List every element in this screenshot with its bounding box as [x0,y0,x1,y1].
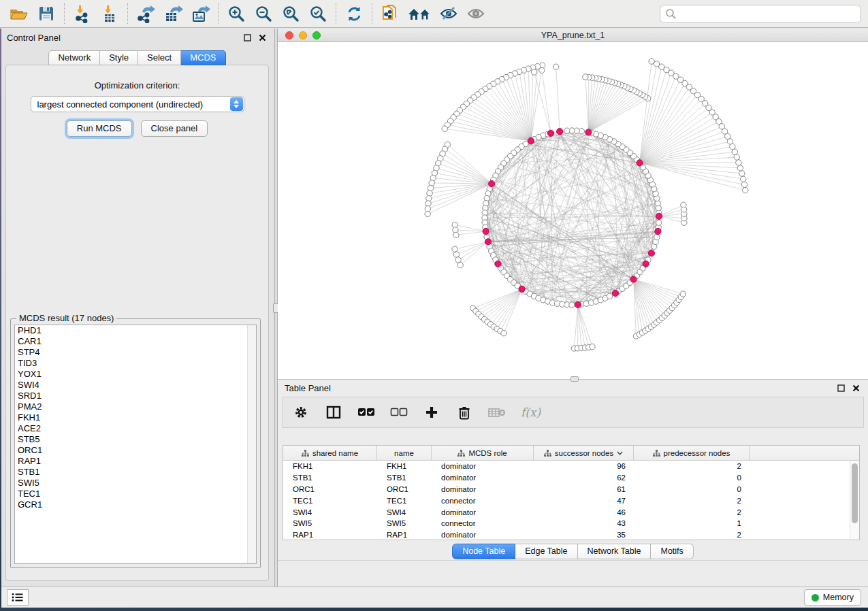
table-tab-network-table[interactable]: Network Table [578,544,652,559]
mcds-result-item[interactable]: CAR1 [15,336,256,347]
mcds-result-item[interactable]: STB1 [15,467,256,478]
mcds-result-group: MCDS result (17 nodes) PHD1CAR1STP4TID3Y… [10,318,261,568]
import-table-button[interactable] [96,1,123,26]
control-tab-select[interactable]: Select [138,50,181,65]
table-row[interactable]: RAP1RAP1dominator352 [283,529,850,540]
cell-MCDS-role: dominator [432,461,534,472]
delete-column-button[interactable] [455,402,473,423]
float-table-panel-icon[interactable] [835,383,846,394]
first-neighbors-button[interactable] [404,1,435,26]
table-scrollbar[interactable] [850,461,859,540]
export-table-button[interactable] [159,1,187,26]
mcds-result-item[interactable]: TID3 [15,358,256,369]
zoom-out-button[interactable] [250,1,277,26]
hide-graphics-details-button[interactable] [435,1,462,26]
clone-network-button[interactable] [376,1,404,26]
network-and-table-area: YPA_prune.txt_1 Table Panel [278,29,868,587]
horizontal-divider-grip[interactable] [570,376,579,382]
close-table-panel-icon[interactable] [850,383,861,394]
table-panel-header: Table Panel [278,380,868,397]
table-column-headers: shared namenameMCDS rolesuccessor nodesp… [283,446,859,461]
table-tab-motifs[interactable]: Motifs [651,544,693,559]
column-header-shared-name[interactable]: shared name [283,446,377,460]
optimization-criterion-select[interactable]: largest connected component (undirected) [31,96,244,112]
search-box[interactable] [660,5,861,23]
table-tab-node-table[interactable]: Node Table [452,544,515,559]
deselect-all-rows-button[interactable] [390,402,408,423]
select-all-rows-button[interactable] [357,402,375,423]
mcds-result-item[interactable]: RAP1 [15,456,256,467]
cell-MCDS-role: connector [432,518,534,529]
cell-shared-name: SWI5 [283,518,377,529]
cell-MCDS-role: dominator [432,529,534,540]
table-tab-edge-table[interactable]: Edge Table [515,544,577,559]
column-header-name[interactable]: name [377,446,432,460]
import-network-button[interactable] [69,1,96,26]
mcds-result-item[interactable]: PMA2 [15,401,256,412]
table-row[interactable]: TEC1TEC1connector472 [283,495,850,506]
cell-predecessor-nodes: 1 [634,518,750,529]
task-history-button[interactable] [7,589,29,606]
zoom-selected-button[interactable] [304,1,332,26]
save-session-button[interactable] [33,1,60,26]
cell-successor-nodes: 61 [534,484,634,495]
cell-successor-nodes: 43 [534,518,634,529]
table-row[interactable]: SWI5SWI5connector431 [283,518,850,529]
cell-successor-nodes: 47 [534,495,634,506]
memory-button[interactable]: Memory [804,589,861,606]
cell-successor-nodes: 96 [534,461,634,472]
mcds-result-item[interactable]: SRD1 [15,391,256,401]
add-column-button[interactable] [423,402,440,423]
result-list-scrollbar[interactable] [247,325,256,563]
export-network-button[interactable] [132,1,159,26]
column-header-successor-nodes[interactable]: successor nodes [534,446,634,460]
mcds-result-item[interactable]: STP4 [15,347,256,358]
mcds-result-item[interactable]: GCR1 [15,499,256,510]
cell-successor-nodes: 62 [534,472,634,484]
table-settings-button[interactable] [292,402,310,423]
mcds-result-item[interactable]: ORC1 [15,445,256,456]
show-graphics-details-button[interactable] [462,1,489,26]
table-scrollbar-thumb[interactable] [852,463,858,523]
show-column-panel-button[interactable] [325,402,342,423]
run-mcds-button[interactable]: Run MCDS [67,120,132,137]
control-tab-network[interactable]: Network [48,50,100,65]
column-header-MCDS-role[interactable]: MCDS role [432,446,534,460]
mcds-result-item[interactable]: STB5 [15,434,256,445]
close-panel-icon[interactable] [257,32,268,43]
table-row[interactable]: FKH1FKH1dominator962 [283,461,850,472]
mcds-result-item[interactable]: ACE2 [15,423,256,434]
zoom-fit-button[interactable] [277,1,304,26]
refresh-view-button[interactable] [340,1,368,26]
control-tab-mcds[interactable]: MCDS [181,50,225,65]
destroy-table-button[interactable] [488,402,506,423]
table-toolbar: f(x) [282,397,864,428]
network-view [278,42,868,379]
mcds-result-item[interactable]: YOX1 [15,369,256,380]
table-row[interactable]: STB1STB1dominator620 [283,472,850,484]
column-label: successor nodes [555,449,613,457]
open-file-button[interactable] [5,1,33,26]
mcds-result-item[interactable]: SWI5 [15,478,256,489]
network-canvas[interactable] [278,42,868,379]
export-image-button[interactable] [187,1,214,26]
mcds-result-item[interactable]: FKH1 [15,412,256,423]
export-network-icon [135,5,156,23]
mcds-result-list[interactable]: PHD1CAR1STP4TID3YOX1SWI4SRD1PMA2FKH1ACE2… [14,325,257,564]
float-panel-icon[interactable] [242,32,253,43]
column-header-predecessor-nodes[interactable]: predecessor nodes [634,446,750,460]
table-panel-title: Table Panel [285,383,331,393]
table-row[interactable]: ORC1ORC1dominator610 [283,484,850,495]
column-label: predecessor nodes [664,449,730,457]
columns-icon [326,406,341,419]
apply-function-button[interactable]: f(x) [521,406,541,419]
search-input[interactable] [677,9,861,19]
control-tab-style[interactable]: Style [100,50,138,65]
close-panel-button[interactable]: Close panel [141,120,208,137]
memory-label: Memory [823,593,854,602]
zoom-in-button[interactable] [223,1,250,26]
table-row[interactable]: SWI4SWI4dominator462 [283,506,850,518]
mcds-result-item[interactable]: SWI4 [15,380,256,391]
mcds-result-item[interactable]: PHD1 [15,325,256,336]
mcds-result-item[interactable]: TEC1 [15,489,256,499]
